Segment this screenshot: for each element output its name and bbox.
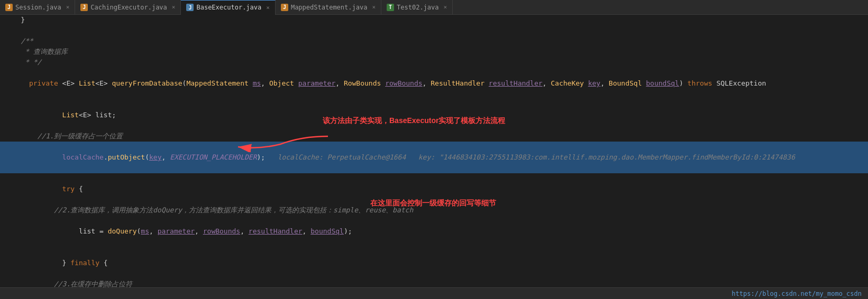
tab-caching[interactable]: J CachingExecutor.java × (75, 0, 181, 15)
tab-icon-session: J (5, 4, 13, 11)
code-line-5: * */ (0, 57, 868, 68)
tab-icon-caching: J (80, 4, 88, 11)
code-line-2 (0, 25, 868, 36)
code-area[interactable]: } /** * 查询数据库 * */ private <E> List<E> q… (0, 15, 868, 287)
tab-label-caching: CachingExecutor.java (90, 4, 167, 11)
code-line-14: //3.在缓存中删除占位符 (0, 279, 868, 287)
tab-session[interactable]: J Session.java × (0, 0, 75, 15)
tab-close-caching[interactable]: × (172, 4, 176, 11)
code-line-1: } (0, 15, 868, 25)
tab-close-test02[interactable]: × (444, 4, 447, 11)
code-line-9: localCache.putObject(key, EXECUTION_PLAC… (0, 142, 868, 173)
code-line-7: List<E> list; (0, 99, 868, 131)
code-line-10: try { (0, 173, 868, 205)
code-line-4: * 查询数据库 (0, 46, 868, 57)
tab-label-session: Session.java (15, 4, 61, 11)
url-text: https://blog.csdn.net/my_momo_csdn (732, 290, 862, 297)
code-line-12: list = doQuery(ms, parameter, rowBounds,… (0, 216, 868, 247)
code-line-6: private <E> List<E> queryFromDatabase(Ma… (0, 68, 868, 99)
tab-test02[interactable]: T Test02.java × (381, 0, 453, 15)
tab-baseexecutor[interactable]: J BaseExecutor.java × (181, 0, 275, 15)
tab-label-mappedstatement: MappedStatement.java (291, 4, 368, 11)
tab-icon-test02: T (387, 4, 394, 11)
tab-icon-baseexecutor: J (186, 4, 194, 11)
code-line-11: //2.查询数据库，调用抽象方法doQuery，方法查询数据库并返回结果，可选的… (0, 205, 868, 216)
tab-label-test02: Test02.java (397, 4, 438, 11)
tab-close-session[interactable]: × (66, 4, 70, 11)
tab-close-mappedstatement[interactable]: × (372, 4, 376, 11)
tab-close-baseexecutor[interactable]: × (266, 4, 270, 11)
code-line-8: //1.到一级缓存占一个位置 (0, 131, 868, 142)
bottom-bar: https://blog.csdn.net/my_momo_csdn (0, 287, 868, 299)
code-line-13: } finally { (0, 247, 868, 279)
tab-label-baseexecutor: BaseExecutor.java (196, 4, 261, 11)
code-line-3: /** (0, 36, 868, 46)
tab-icon-mappedstatement: J (281, 4, 288, 11)
tab-mappedstatement[interactable]: J MappedStatement.java × (276, 0, 381, 15)
tab-bar: J Session.java × J CachingExecutor.java … (0, 0, 868, 15)
